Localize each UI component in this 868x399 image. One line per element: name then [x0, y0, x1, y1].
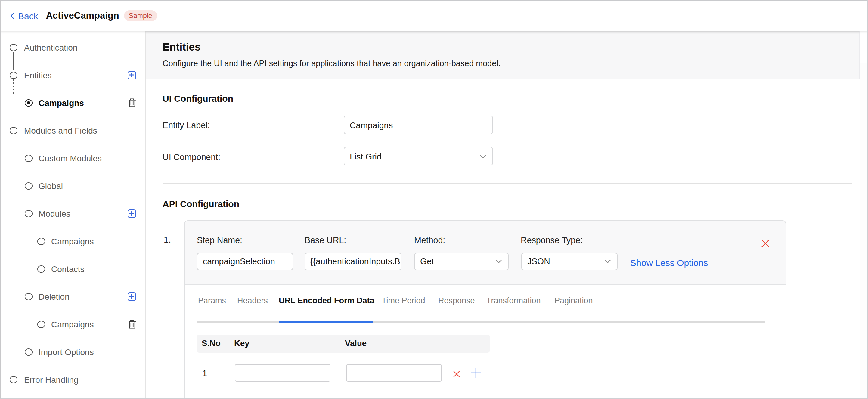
radio-icon — [25, 182, 32, 189]
sidebar-item-entities[interactable]: Entities — [0, 61, 145, 89]
radio-icon — [25, 210, 32, 217]
tab-time-period[interactable]: Time Period — [382, 296, 425, 305]
active-tab-underline — [279, 320, 373, 323]
radio-icon — [10, 376, 17, 383]
ui-component-label: UI Component: — [162, 152, 220, 162]
sidebar-item-error-handling[interactable]: Error Handling — [0, 366, 145, 394]
top-bar: Back ActiveCampaign Sample — [0, 0, 868, 31]
page-title: ActiveCampaign — [46, 10, 119, 21]
section-description: Configure the UI and the API settings fo… — [162, 59, 500, 68]
tab-pagination[interactable]: Pagination — [554, 296, 593, 305]
back-button[interactable]: Back — [10, 10, 38, 21]
step-number: 1. — [164, 235, 171, 244]
sidebar-item-modules-and-fields[interactable]: Modules and Fields — [0, 117, 145, 145]
value-input[interactable] — [346, 364, 442, 381]
trash-icon[interactable] — [128, 98, 137, 107]
entity-label-label: Entity Label: — [162, 120, 210, 130]
add-entity-icon[interactable] — [128, 71, 136, 80]
method-label: Method: — [414, 235, 445, 245]
remove-row-icon[interactable] — [453, 369, 461, 377]
sidebar-item-modules[interactable]: Modules — [0, 200, 145, 227]
step-name-input[interactable] — [197, 253, 293, 270]
radio-icon — [37, 238, 45, 245]
column-key: Key — [234, 339, 249, 348]
tab-response[interactable]: Response — [438, 296, 475, 305]
api-configuration-heading: API Configuration — [162, 198, 239, 209]
sample-badge: Sample — [124, 10, 157, 21]
radio-icon — [37, 266, 45, 272]
step-name-label: Step Name: — [197, 235, 242, 245]
radio-icon — [10, 44, 17, 51]
api-step-card: Step Name: Base URL: Method: Response Ty… — [184, 220, 786, 399]
tab-headers[interactable]: Headers — [237, 296, 268, 305]
response-type-label: Response Type: — [521, 235, 583, 245]
radio-icon — [10, 72, 17, 79]
base-url-input[interactable] — [305, 253, 402, 270]
response-type-select[interactable]: JSON — [521, 253, 618, 270]
radio-selected-icon — [25, 99, 32, 106]
scrollbar-gutter[interactable] — [860, 63, 867, 398]
add-module-icon[interactable] — [128, 209, 136, 218]
viewport: Back ActiveCampaign Sample Authenticatio… — [0, 0, 868, 399]
ui-component-select[interactable]: List Grid — [344, 147, 493, 165]
column-sno: S.No — [202, 339, 221, 348]
tab-transformation[interactable]: Transformation — [486, 296, 541, 305]
sidebar-item-import-options[interactable]: Import Options — [0, 338, 145, 366]
add-deletion-icon[interactable] — [128, 293, 136, 301]
section-title: Entities — [162, 41, 200, 54]
back-chevron-icon — [10, 12, 15, 20]
back-label: Back — [18, 10, 38, 21]
entity-label-input[interactable] — [344, 116, 493, 134]
app-window: Back ActiveCampaign Sample Authenticatio… — [0, 0, 868, 399]
method-select[interactable]: Get — [414, 253, 509, 270]
chevron-down-icon — [480, 154, 486, 159]
sidebar-item-campaigns-entities[interactable]: Campaigns — [0, 89, 145, 117]
column-value: Value — [345, 339, 367, 348]
sidebar-item-authentication[interactable]: Authentication — [0, 34, 145, 61]
sidebar-item-campaigns-modules[interactable]: Campaigns — [0, 227, 145, 255]
radio-icon — [25, 293, 32, 300]
sidebar-item-global[interactable]: Global — [0, 172, 145, 200]
sidebar: Authentication Entities Campaigns Module… — [0, 31, 146, 399]
section-header-band — [145, 31, 860, 80]
main-panel: Entities Configure the UI and the API se… — [145, 31, 868, 399]
key-input[interactable] — [235, 364, 331, 381]
chevron-down-icon — [495, 260, 502, 264]
sidebar-item-deletion[interactable]: Deletion — [0, 283, 145, 310]
close-icon[interactable] — [761, 239, 770, 248]
section-divider — [162, 183, 852, 183]
show-less-options-link[interactable]: Show Less Options — [630, 257, 708, 268]
base-url-label: Base URL: — [305, 235, 346, 245]
radio-icon — [37, 321, 45, 328]
radio-icon — [10, 127, 17, 134]
sidebar-item-contacts[interactable]: Contacts — [0, 255, 145, 283]
tab-url-encoded-form-data[interactable]: URL Encoded Form Data — [279, 296, 374, 305]
trash-icon[interactable] — [128, 319, 137, 329]
add-row-icon[interactable] — [470, 367, 482, 378]
sidebar-item-campaigns-deletion[interactable]: Campaigns — [0, 310, 145, 338]
row-number: 1 — [202, 368, 207, 378]
sidebar-item-custom-modules[interactable]: Custom Modules — [0, 145, 145, 172]
tab-params[interactable]: Params — [198, 296, 226, 305]
ui-configuration-heading: UI Configuration — [162, 93, 233, 103]
radio-icon — [25, 348, 32, 356]
chevron-down-icon — [604, 260, 611, 264]
radio-icon — [25, 155, 32, 161]
